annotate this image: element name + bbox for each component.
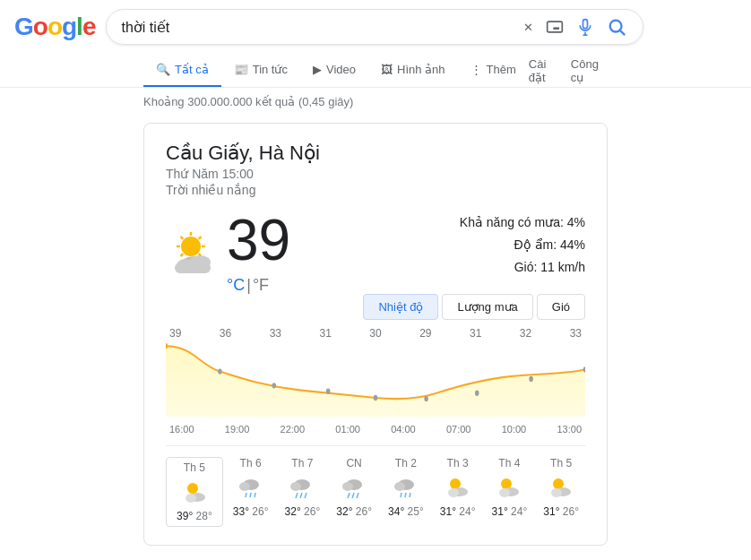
temperature: 39 bbox=[227, 211, 290, 269]
settings-link[interactable]: Cài đặt bbox=[529, 57, 560, 84]
weather-right: Khả năng có mưa: 4% Độ ẩm: 44% Gió: 11 k… bbox=[363, 211, 585, 320]
forecast-temps-5: 31° 24° bbox=[434, 505, 482, 518]
chart-time-labels: 16:00 19:00 22:00 01:00 04:00 07:00 10:0… bbox=[166, 424, 585, 435]
images-tab-icon: 🖼 bbox=[381, 63, 393, 76]
svg-line-56 bbox=[410, 493, 410, 497]
svg-rect-7 bbox=[583, 20, 588, 29]
search-input[interactable] bbox=[121, 19, 514, 35]
svg-line-17 bbox=[181, 237, 184, 239]
forecast-icon-6 bbox=[486, 473, 534, 502]
svg-line-45 bbox=[300, 493, 302, 498]
svg-line-39 bbox=[246, 493, 246, 497]
svg-line-54 bbox=[401, 493, 401, 497]
nav-tabs: 🔍 Tất cả 📰 Tin tức ▶ Video 🖼 Hình ảnh ⋮ … bbox=[0, 54, 751, 88]
tab-news[interactable]: 📰 Tin tức bbox=[221, 54, 300, 87]
forecast-high-1: 33° bbox=[233, 505, 249, 518]
svg-rect-24 bbox=[175, 263, 211, 273]
unit-separator: | bbox=[246, 276, 251, 295]
btn-gio[interactable]: Gió bbox=[537, 294, 585, 320]
svg-point-36 bbox=[186, 494, 196, 503]
time-5: 07:00 bbox=[446, 424, 471, 435]
forecast-low-4: 25° bbox=[408, 505, 424, 518]
search-bar: ✕ bbox=[106, 9, 643, 45]
forecast-high-7: 31° bbox=[543, 505, 559, 518]
temp-units: °C | °F bbox=[227, 276, 290, 295]
video-tab-icon: ▶ bbox=[313, 63, 322, 76]
svg-line-40 bbox=[250, 493, 251, 497]
forecast-day-name-0: Th 5 bbox=[170, 461, 219, 474]
time-3: 01:00 bbox=[335, 424, 360, 435]
forecast-temps-2: 32° 26° bbox=[279, 505, 327, 518]
forecast-high-0: 39° bbox=[177, 510, 193, 522]
chart-label-6: 31 bbox=[470, 327, 481, 340]
temp-section: 39 °C | °F bbox=[227, 211, 290, 295]
forecast-low-5: 24° bbox=[459, 505, 475, 518]
weather-buttons: Nhiệt độ Lượng mưa Gió bbox=[363, 294, 585, 320]
svg-point-29 bbox=[374, 394, 378, 400]
tab-video[interactable]: ▶ Video bbox=[300, 54, 368, 87]
forecast-day-name-3: CN bbox=[330, 457, 378, 470]
svg-line-49 bbox=[348, 493, 350, 498]
forecast-low-3: 26° bbox=[356, 505, 372, 518]
forecast-day-name-4: Th 2 bbox=[382, 457, 430, 470]
forecast-icon-1 bbox=[227, 473, 275, 502]
forecast-icon-2 bbox=[279, 473, 327, 502]
forecast-day-2[interactable]: Th 7 32° 26° bbox=[279, 457, 327, 527]
svg-point-10 bbox=[610, 21, 622, 32]
search-button[interactable] bbox=[605, 15, 628, 39]
svg-point-30 bbox=[424, 395, 428, 401]
svg-line-41 bbox=[255, 493, 255, 497]
keyboard-button[interactable] bbox=[544, 16, 565, 38]
forecast-low-6: 24° bbox=[511, 505, 527, 518]
forecast-day-7[interactable]: Th 5 31° 26° bbox=[537, 457, 585, 527]
fahrenheit-unit[interactable]: °F bbox=[253, 276, 269, 295]
forecast-icon-4 bbox=[382, 473, 430, 502]
forecast-day-3[interactable]: CN 32° 26° bbox=[330, 457, 378, 527]
forecast-day-name-1: Th 6 bbox=[227, 457, 275, 470]
forecast-icon-7 bbox=[537, 473, 585, 502]
tab-more-label: Thêm bbox=[487, 63, 516, 76]
btn-luong-mua[interactable]: Lượng mưa bbox=[442, 294, 532, 320]
forecast-day-4[interactable]: Th 2 34° 25° bbox=[382, 457, 430, 527]
btn-nhiet-do[interactable]: Nhiệt độ bbox=[363, 294, 438, 320]
chart-label-2: 33 bbox=[270, 327, 281, 340]
weather-card: Cầu Giấy, Hà Nội Thứ Năm 15:00 Trời nhiề… bbox=[143, 123, 608, 546]
forecast-high-2: 32° bbox=[285, 505, 301, 518]
search-tab-icon: 🔍 bbox=[156, 63, 170, 76]
celsius-unit[interactable]: °C bbox=[227, 276, 245, 295]
forecast-day-0[interactable]: Th 5 39° 28° bbox=[166, 457, 223, 527]
svg-point-48 bbox=[342, 482, 353, 491]
humidity: Độ ẩm: 44% bbox=[363, 234, 585, 256]
weather-main: 39 °C | °F Khả năng có mưa: 4% Độ ẩm: 44… bbox=[166, 211, 585, 320]
tools-link[interactable]: Công cụ bbox=[571, 57, 608, 84]
forecast-icon-0 bbox=[170, 478, 219, 506]
tab-video-label: Video bbox=[326, 63, 356, 76]
svg-line-44 bbox=[296, 493, 298, 498]
tab-all-label: Tất cả bbox=[175, 63, 209, 76]
chart-label-1: 36 bbox=[220, 327, 231, 340]
time-4: 04:00 bbox=[391, 424, 416, 435]
weather-left: 39 °C | °F bbox=[166, 211, 290, 295]
time-2: 22:00 bbox=[281, 424, 306, 435]
forecast-day-5[interactable]: Th 3 31° 24° bbox=[434, 457, 482, 527]
chart-label-7: 32 bbox=[520, 327, 531, 340]
result-count-text: Khoảng 300.000.000 kết quả (0,45 giây) bbox=[143, 95, 353, 108]
tab-all[interactable]: 🔍 Tất cả bbox=[143, 54, 221, 87]
forecast-low-2: 26° bbox=[304, 505, 320, 518]
svg-line-50 bbox=[352, 493, 354, 498]
nav-right: Cài đặt Công cụ bbox=[529, 57, 608, 84]
tab-images[interactable]: 🖼 Hình ảnh bbox=[368, 54, 458, 87]
weather-condition: Trời nhiều nắng bbox=[166, 183, 585, 197]
time-6: 10:00 bbox=[502, 424, 527, 435]
svg-line-55 bbox=[405, 493, 406, 497]
forecast-temps-3: 32° 26° bbox=[330, 505, 378, 518]
svg-point-43 bbox=[290, 482, 301, 491]
mic-button[interactable] bbox=[574, 16, 596, 38]
forecast-day-1[interactable]: Th 6 33° 26° bbox=[227, 457, 275, 527]
forecast-low-7: 26° bbox=[563, 505, 579, 518]
tab-more[interactable]: ⋮ Thêm bbox=[458, 54, 529, 87]
forecast-day-6[interactable]: Th 4 31° 24° bbox=[486, 457, 534, 527]
forecast-temps-7: 31° 26° bbox=[537, 505, 585, 518]
forecast-day-name-7: Th 5 bbox=[537, 457, 585, 470]
clear-button[interactable]: ✕ bbox=[522, 19, 535, 36]
